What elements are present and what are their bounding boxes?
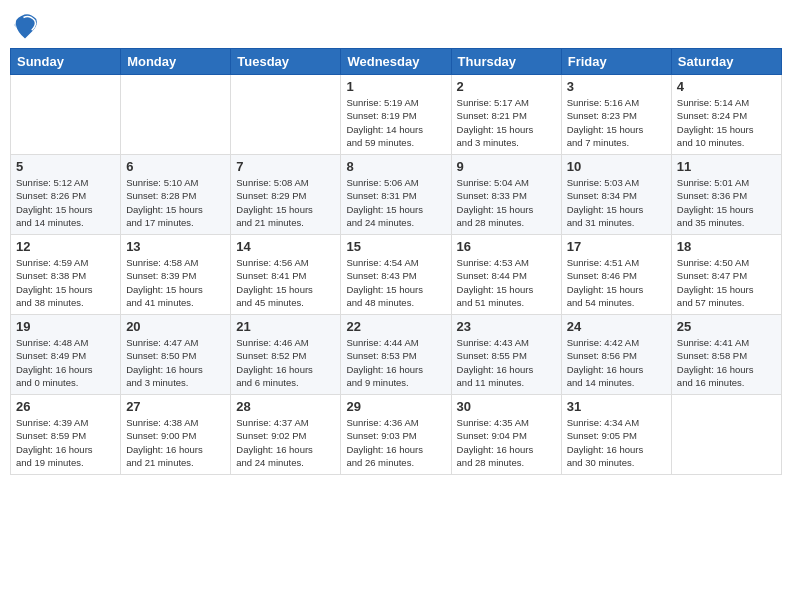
day-number: 21 [236,319,335,334]
calendar-cell: 8Sunrise: 5:06 AM Sunset: 8:31 PM Daylig… [341,155,451,235]
day-number: 3 [567,79,666,94]
day-number: 8 [346,159,445,174]
day-number: 27 [126,399,225,414]
logo [10,10,44,40]
day-number: 26 [16,399,115,414]
weekday-header-row: SundayMondayTuesdayWednesdayThursdayFrid… [11,49,782,75]
day-number: 11 [677,159,776,174]
calendar-cell: 14Sunrise: 4:56 AM Sunset: 8:41 PM Dayli… [231,235,341,315]
day-info: Sunrise: 4:48 AM Sunset: 8:49 PM Dayligh… [16,336,115,389]
calendar-cell [121,75,231,155]
day-info: Sunrise: 4:43 AM Sunset: 8:55 PM Dayligh… [457,336,556,389]
day-number: 1 [346,79,445,94]
calendar-week-5: 26Sunrise: 4:39 AM Sunset: 8:59 PM Dayli… [11,395,782,475]
calendar-cell [671,395,781,475]
day-number: 20 [126,319,225,334]
weekday-header-monday: Monday [121,49,231,75]
day-number: 13 [126,239,225,254]
calendar-cell: 6Sunrise: 5:10 AM Sunset: 8:28 PM Daylig… [121,155,231,235]
day-number: 28 [236,399,335,414]
calendar-cell: 26Sunrise: 4:39 AM Sunset: 8:59 PM Dayli… [11,395,121,475]
day-number: 9 [457,159,556,174]
day-info: Sunrise: 5:03 AM Sunset: 8:34 PM Dayligh… [567,176,666,229]
day-number: 19 [16,319,115,334]
day-info: Sunrise: 4:54 AM Sunset: 8:43 PM Dayligh… [346,256,445,309]
calendar-week-2: 5Sunrise: 5:12 AM Sunset: 8:26 PM Daylig… [11,155,782,235]
weekday-header-friday: Friday [561,49,671,75]
calendar-cell: 20Sunrise: 4:47 AM Sunset: 8:50 PM Dayli… [121,315,231,395]
day-info: Sunrise: 4:58 AM Sunset: 8:39 PM Dayligh… [126,256,225,309]
day-info: Sunrise: 5:14 AM Sunset: 8:24 PM Dayligh… [677,96,776,149]
day-number: 2 [457,79,556,94]
day-number: 24 [567,319,666,334]
day-info: Sunrise: 4:35 AM Sunset: 9:04 PM Dayligh… [457,416,556,469]
calendar-cell [11,75,121,155]
day-info: Sunrise: 4:56 AM Sunset: 8:41 PM Dayligh… [236,256,335,309]
day-info: Sunrise: 4:50 AM Sunset: 8:47 PM Dayligh… [677,256,776,309]
day-number: 31 [567,399,666,414]
calendar-cell: 13Sunrise: 4:58 AM Sunset: 8:39 PM Dayli… [121,235,231,315]
day-number: 15 [346,239,445,254]
day-info: Sunrise: 5:16 AM Sunset: 8:23 PM Dayligh… [567,96,666,149]
day-number: 22 [346,319,445,334]
day-info: Sunrise: 4:42 AM Sunset: 8:56 PM Dayligh… [567,336,666,389]
day-info: Sunrise: 4:38 AM Sunset: 9:00 PM Dayligh… [126,416,225,469]
calendar-table: SundayMondayTuesdayWednesdayThursdayFrid… [10,48,782,475]
calendar-cell: 17Sunrise: 4:51 AM Sunset: 8:46 PM Dayli… [561,235,671,315]
calendar-week-3: 12Sunrise: 4:59 AM Sunset: 8:38 PM Dayli… [11,235,782,315]
day-number: 17 [567,239,666,254]
day-number: 25 [677,319,776,334]
day-info: Sunrise: 5:06 AM Sunset: 8:31 PM Dayligh… [346,176,445,229]
day-number: 23 [457,319,556,334]
calendar-cell: 15Sunrise: 4:54 AM Sunset: 8:43 PM Dayli… [341,235,451,315]
calendar-cell: 19Sunrise: 4:48 AM Sunset: 8:49 PM Dayli… [11,315,121,395]
day-number: 6 [126,159,225,174]
day-info: Sunrise: 5:10 AM Sunset: 8:28 PM Dayligh… [126,176,225,229]
calendar-cell: 10Sunrise: 5:03 AM Sunset: 8:34 PM Dayli… [561,155,671,235]
logo-icon [10,10,40,40]
day-info: Sunrise: 4:47 AM Sunset: 8:50 PM Dayligh… [126,336,225,389]
day-info: Sunrise: 4:44 AM Sunset: 8:53 PM Dayligh… [346,336,445,389]
calendar-week-1: 1Sunrise: 5:19 AM Sunset: 8:19 PM Daylig… [11,75,782,155]
day-info: Sunrise: 4:51 AM Sunset: 8:46 PM Dayligh… [567,256,666,309]
calendar-cell: 28Sunrise: 4:37 AM Sunset: 9:02 PM Dayli… [231,395,341,475]
calendar-cell: 27Sunrise: 4:38 AM Sunset: 9:00 PM Dayli… [121,395,231,475]
calendar-cell: 11Sunrise: 5:01 AM Sunset: 8:36 PM Dayli… [671,155,781,235]
calendar-cell: 12Sunrise: 4:59 AM Sunset: 8:38 PM Dayli… [11,235,121,315]
day-number: 12 [16,239,115,254]
weekday-header-wednesday: Wednesday [341,49,451,75]
day-number: 14 [236,239,335,254]
day-info: Sunrise: 5:08 AM Sunset: 8:29 PM Dayligh… [236,176,335,229]
day-info: Sunrise: 4:36 AM Sunset: 9:03 PM Dayligh… [346,416,445,469]
calendar-cell: 3Sunrise: 5:16 AM Sunset: 8:23 PM Daylig… [561,75,671,155]
weekday-header-thursday: Thursday [451,49,561,75]
day-number: 7 [236,159,335,174]
calendar-cell: 16Sunrise: 4:53 AM Sunset: 8:44 PM Dayli… [451,235,561,315]
calendar-cell: 9Sunrise: 5:04 AM Sunset: 8:33 PM Daylig… [451,155,561,235]
weekday-header-saturday: Saturday [671,49,781,75]
day-info: Sunrise: 4:46 AM Sunset: 8:52 PM Dayligh… [236,336,335,389]
day-info: Sunrise: 5:17 AM Sunset: 8:21 PM Dayligh… [457,96,556,149]
day-info: Sunrise: 4:59 AM Sunset: 8:38 PM Dayligh… [16,256,115,309]
calendar-cell: 2Sunrise: 5:17 AM Sunset: 8:21 PM Daylig… [451,75,561,155]
day-number: 30 [457,399,556,414]
day-info: Sunrise: 5:19 AM Sunset: 8:19 PM Dayligh… [346,96,445,149]
day-number: 16 [457,239,556,254]
weekday-header-sunday: Sunday [11,49,121,75]
calendar-cell: 1Sunrise: 5:19 AM Sunset: 8:19 PM Daylig… [341,75,451,155]
day-number: 10 [567,159,666,174]
weekday-header-tuesday: Tuesday [231,49,341,75]
calendar-cell: 29Sunrise: 4:36 AM Sunset: 9:03 PM Dayli… [341,395,451,475]
calendar-cell: 30Sunrise: 4:35 AM Sunset: 9:04 PM Dayli… [451,395,561,475]
page-header [10,10,782,40]
calendar-cell: 7Sunrise: 5:08 AM Sunset: 8:29 PM Daylig… [231,155,341,235]
calendar-cell: 31Sunrise: 4:34 AM Sunset: 9:05 PM Dayli… [561,395,671,475]
calendar-cell: 22Sunrise: 4:44 AM Sunset: 8:53 PM Dayli… [341,315,451,395]
calendar-cell: 18Sunrise: 4:50 AM Sunset: 8:47 PM Dayli… [671,235,781,315]
day-info: Sunrise: 5:12 AM Sunset: 8:26 PM Dayligh… [16,176,115,229]
day-info: Sunrise: 5:04 AM Sunset: 8:33 PM Dayligh… [457,176,556,229]
calendar-cell: 21Sunrise: 4:46 AM Sunset: 8:52 PM Dayli… [231,315,341,395]
day-info: Sunrise: 4:39 AM Sunset: 8:59 PM Dayligh… [16,416,115,469]
day-number: 4 [677,79,776,94]
calendar-week-4: 19Sunrise: 4:48 AM Sunset: 8:49 PM Dayli… [11,315,782,395]
